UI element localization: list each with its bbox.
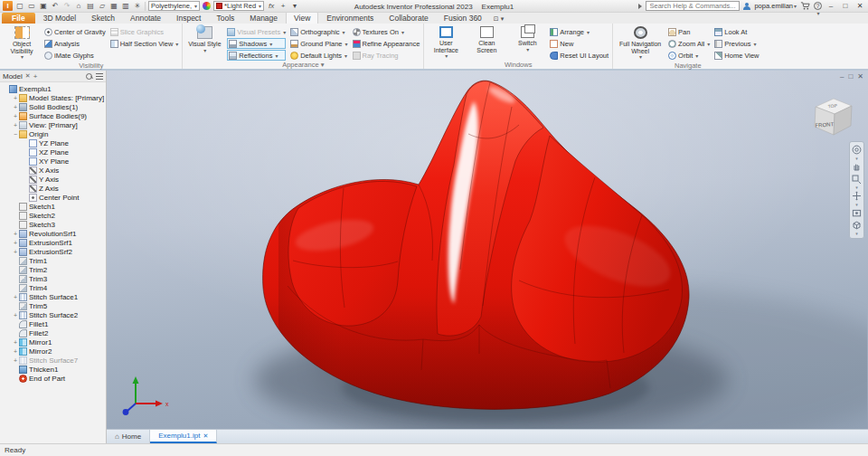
full-navigation-wheel-button[interactable]: Full Navigation Wheel [617,24,664,62]
ground-plane-dropdown[interactable]: Ground Plane [290,38,347,49]
tab-inspect[interactable]: Inspect [169,13,208,24]
tree-item-sketch3[interactable]: Sketch3 [0,220,106,229]
browser-tab-close-icon[interactable]: ✕ [25,72,31,80]
parameters-fx-button[interactable]: fx [267,1,276,12]
nav-orbit-icon[interactable] [852,191,862,201]
shared-user-icon[interactable]: ▥ [121,1,130,12]
gear-icon[interactable]: ✳ [133,1,142,12]
tree-expander-icon[interactable]: + [12,339,19,346]
ribbon-display-options-icon[interactable]: ⊡ ▾ [494,15,504,24]
tree-item-surface-bodies-9-[interactable]: +Surface Bodies(9) [0,111,106,120]
tree-expander-icon[interactable]: + [12,249,19,255]
tree-item-sketch2[interactable]: Sketch2 [0,211,106,220]
tab-tools[interactable]: Tools [209,13,241,24]
drawing-icon[interactable]: ▤ [86,1,95,12]
tree-item-z-axis[interactable]: Z Axis [0,184,106,193]
imate-glyphs-button[interactable]: iMate Glyphs [44,50,106,61]
half-section-view-button[interactable]: Half Section View [110,38,179,49]
tree-item-thicken1[interactable]: Thicken1 [0,365,106,374]
user-interface-button[interactable]: User Interface [428,24,464,61]
redo-icon[interactable]: ↷ [62,1,71,12]
tab-sketch[interactable]: Sketch [84,13,122,24]
doc-tab-close-icon[interactable]: ✕ [203,432,208,440]
tree-expander-icon[interactable]: + [12,357,19,364]
appearance-dropdown[interactable]: *Light Red [213,1,264,11]
refine-appearance-button[interactable]: Refine Appearance [353,38,420,49]
close-button[interactable]: ✕ [854,2,865,10]
nav-caret[interactable]: ▾ [855,185,858,189]
tree-item-stitch-surface1[interactable]: +Stitch Surface1 [0,292,106,301]
tree-expander-icon[interactable]: + [12,231,19,237]
share-view-icon[interactable]: ▱ [98,1,107,12]
help-button[interactable]: ? [814,2,822,10]
search-input[interactable]: Search Help & Commands... [646,1,740,11]
nav-wheel-icon[interactable] [852,145,862,155]
tree-item-sketch1[interactable]: Sketch1 [0,202,106,211]
tree-expander-icon[interactable]: + [12,95,19,101]
nav-zoom-icon[interactable] [852,174,862,184]
textures-on-dropdown[interactable]: Textures On [353,26,420,37]
new-window-button[interactable]: New [550,38,609,49]
user-account-menu[interactable]: popa.emilian [754,2,797,10]
new-file-icon[interactable]: ▢ [15,1,24,12]
search-scope-icon[interactable] [638,4,642,9]
tree-item-x-axis[interactable]: X Axis [0,166,106,175]
visual-presets-dropdown[interactable]: Visual Presets [227,26,286,37]
shadows-toggle[interactable]: Shadows [227,38,286,49]
default-lights-dropdown[interactable]: Default Lights [290,50,347,61]
tree-item-extrusionsrf1[interactable]: +ExtrusionSrf1 [0,238,106,247]
tree-item-y-axis[interactable]: Y Axis [0,175,106,184]
center-of-gravity-button[interactable]: Center of Gravity [44,26,106,37]
look-at-button[interactable]: Look At [714,26,759,37]
switch-windows-button[interactable]: Switch [509,24,545,61]
tab-annotate[interactable]: Annotate [123,13,168,24]
view-cube[interactable]: TOP FRONT [803,87,859,143]
tree-item-trim5[interactable]: Trim5 [0,301,106,310]
pan-button[interactable]: Pan [668,26,710,37]
object-visibility-button[interactable]: Object Visibility [4,24,40,62]
nav-caret[interactable]: ▾ [855,232,858,235]
material-dropdown[interactable]: Polyethylene, [148,1,200,11]
open-icon[interactable]: ▭ [27,1,36,12]
tree-item-stitch-surface2[interactable]: +Stitch Surface2 [0,310,106,319]
tree-item-stitch-surface7[interactable]: +Stitch Surface7 [0,356,106,365]
tree-item-origin[interactable]: −Origin [0,129,106,138]
browser-menu-icon[interactable] [96,73,103,80]
nav-look-at-icon[interactable] [852,208,862,218]
tree-expander-icon[interactable]: + [12,348,19,355]
orbit-button[interactable]: Orbit [668,50,710,61]
tab-manage[interactable]: Manage [242,13,285,24]
tree-expander-icon[interactable]: − [12,131,19,138]
doc-tab-home[interactable]: ⌂ Home [107,430,150,443]
doc-close-button[interactable]: ✕ [857,72,863,81]
analysis-button[interactable]: Analysis [44,38,106,49]
tree-expander-icon[interactable]: + [12,104,19,110]
tree-item-view-primary-[interactable]: +View: [Primary] [0,120,106,129]
tree-item-mirror2[interactable]: +Mirror2 [0,347,106,356]
maximize-button[interactable]: □ [840,2,851,10]
clean-screen-button[interactable]: Clean Screen [468,24,505,61]
reflections-toggle[interactable]: Reflections [227,50,286,61]
tree-item-xy-plane[interactable]: XY Plane [0,157,106,166]
tree-expander-icon[interactable]: + [12,294,19,300]
tree-item-fillet2[interactable]: Fillet2 [0,328,106,337]
tree-item-center-point[interactable]: Center Point [0,193,106,202]
nav-pan-icon[interactable] [852,162,862,172]
model-viewport[interactable]: – □ ✕ TOP FRONT ▾ ▾ ▾ [107,71,868,429]
doc-tab-active[interactable]: Exemplu1.ipt ✕ [150,430,217,443]
image-icon[interactable]: ▦ [109,1,118,12]
previous-view-button[interactable]: Previous [714,38,759,49]
tree-item-trim4[interactable]: Trim4 [0,283,106,292]
home-view-button[interactable]: Home View [714,50,759,61]
tree-item-trim3[interactable]: Trim3 [0,274,106,283]
zoom-all-button[interactable]: Zoom All [668,38,710,49]
tree-item-trim1[interactable]: Trim1 [0,256,106,265]
tab-environments[interactable]: Environments [319,13,381,24]
doc-restore-button[interactable]: □ [848,72,853,81]
visual-style-button[interactable]: Visual Style [186,24,222,61]
tree-item-trim2[interactable]: Trim2 [0,265,106,274]
tree-item-xz-plane[interactable]: XZ Plane [0,147,106,157]
inventor-logo-icon[interactable]: I [3,1,13,11]
minimize-button[interactable]: – [826,2,836,10]
tab-file[interactable]: File [2,13,35,24]
